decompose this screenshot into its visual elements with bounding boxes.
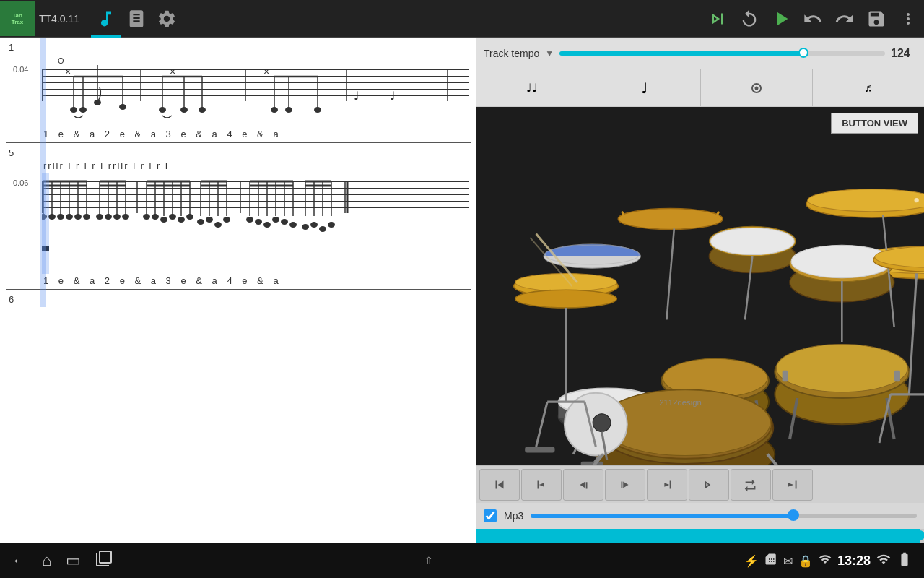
svg-text:×: × (65, 66, 71, 77)
beat-indicator: 0.04 (13, 65, 28, 74)
step-play-button[interactable] (702, 0, 733, 38)
mp3-volume-slider[interactable] (531, 514, 917, 518)
settings-icon[interactable] (152, 0, 182, 38)
svg-point-155 (710, 228, 794, 254)
sheet-music-panel: 1 0.04 O (0, 38, 476, 543)
half-note-button[interactable]: ♩ (588, 69, 700, 106)
svg-point-77 (197, 219, 204, 225)
more-menu-button[interactable] (892, 0, 924, 38)
prev-section-button[interactable] (521, 469, 562, 501)
dotted-note-button[interactable]: ♬ (813, 69, 924, 106)
svg-point-175 (593, 414, 611, 432)
svg-point-16 (180, 107, 188, 113)
beat-indicator-2: 0.06 (13, 178, 28, 187)
app-logo: Tab Trax (0, 1, 35, 36)
svg-point-111 (776, 345, 907, 392)
music-icon[interactable] (91, 0, 121, 38)
svg-point-44 (74, 214, 82, 220)
svg-point-69 (178, 217, 185, 223)
svg-point-79 (214, 222, 222, 228)
measure-6: 6 (0, 291, 476, 307)
play-button[interactable] (765, 0, 797, 38)
drum-kit-svg: 2112design (476, 107, 924, 465)
staff-notes-1: × × (43, 55, 469, 127)
prev-bar-button[interactable] (563, 469, 603, 501)
next-bar-button[interactable] (605, 469, 645, 501)
tempo-row: Track tempo ▼ 124 (476, 38, 924, 69)
svg-point-93 (272, 217, 279, 223)
tempo-label: Track tempo (484, 48, 539, 59)
svg-point-52 (96, 214, 103, 220)
wifi-icon (876, 552, 891, 569)
svg-rect-134 (581, 462, 603, 465)
svg-point-17 (199, 107, 206, 113)
svg-point-105 (328, 222, 335, 228)
screenshot-button[interactable] (95, 550, 113, 571)
undo-button[interactable] (797, 0, 829, 38)
progress-thumb (915, 530, 924, 540)
tempo-arrow: ▼ (545, 48, 554, 59)
svg-point-104 (319, 226, 326, 232)
svg-point-28 (285, 107, 292, 113)
counting-2: 1 e & a 2 e & a 3 e & a 4 e & a (0, 274, 476, 288)
svg-point-54 (113, 214, 121, 220)
svg-rect-113 (894, 371, 900, 382)
tempo-value: 124 (891, 47, 917, 60)
skip-to-end-button[interactable] (772, 469, 813, 501)
svg-rect-112 (783, 371, 788, 382)
svg-point-66 (152, 214, 159, 220)
staff-notes-2 (42, 173, 468, 274)
svg-point-91 (255, 219, 262, 225)
battery-icon (897, 551, 912, 570)
svg-rect-144 (525, 447, 554, 452)
back-button[interactable]: ← (12, 551, 27, 570)
svg-point-167 (618, 209, 723, 230)
svg-point-55 (122, 214, 129, 220)
home-button[interactable]: ⌂ (42, 551, 51, 570)
drum-kit-area: BUTTON VIEW (476, 107, 924, 465)
svg-point-138 (515, 273, 617, 291)
svg-point-41 (48, 214, 56, 220)
svg-point-27 (271, 107, 278, 113)
position-indicator (40, 38, 46, 307)
loop-section-button[interactable] (731, 469, 771, 501)
book-icon[interactable] (121, 0, 152, 38)
progress-bar-row[interactable] (476, 529, 924, 543)
quarter-note-button[interactable] (701, 69, 813, 106)
svg-text:×: × (263, 66, 269, 77)
mp3-checkbox[interactable] (484, 509, 497, 522)
svg-point-68 (169, 214, 176, 220)
status-right-icons: ⚡ ✉ 🔒 13:28 (744, 551, 912, 570)
sticking-text: rrllr l r l r l rrllr l r l r l (0, 160, 476, 173)
measure-5: 5 (0, 144, 476, 160)
svg-point-15 (159, 107, 166, 113)
tempo-slider[interactable] (559, 51, 885, 56)
status-time: 13:28 (837, 553, 871, 569)
svg-point-102 (302, 224, 309, 230)
statusbar: ← ⌂ ▭ ⇧ ⚡ ✉ 🔒 13:28 (0, 543, 924, 578)
next-section-button[interactable] (647, 469, 687, 501)
signal-icon (819, 553, 832, 569)
email-icon: ✉ (783, 554, 793, 568)
loop-button[interactable] (733, 0, 765, 38)
svg-point-162 (808, 189, 924, 212)
sim-icon (764, 553, 777, 569)
progress-fill (476, 529, 920, 543)
svg-point-80 (223, 217, 230, 223)
whole-note-button[interactable]: ♩♩ (476, 69, 588, 106)
save-button[interactable] (860, 0, 892, 38)
status-left-icons: ← ⌂ ▭ (12, 550, 113, 571)
svg-point-43 (66, 214, 73, 220)
skip-to-start-button[interactable] (479, 469, 520, 501)
recent-apps-button[interactable]: ▭ (66, 551, 81, 570)
button-view-button[interactable]: BUTTON VIEW (831, 113, 918, 134)
playback-controls (476, 465, 924, 503)
redo-button[interactable] (829, 0, 860, 38)
svg-point-12 (79, 107, 87, 113)
next-bar-2-button[interactable] (689, 469, 729, 501)
svg-point-42 (57, 214, 64, 220)
svg-point-90 (246, 217, 253, 223)
svg-point-78 (206, 217, 213, 223)
note-buttons-row: ♩♩ ♩ ♬ (476, 69, 924, 107)
right-panel: Track tempo ▼ 124 ♩♩ ♩ (476, 38, 924, 543)
